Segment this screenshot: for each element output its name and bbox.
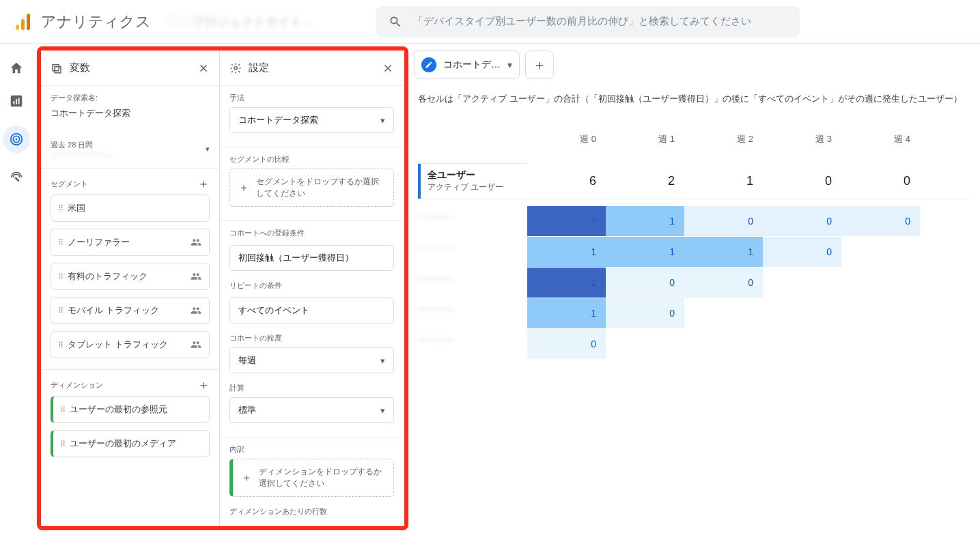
canvas-description: 各セルは「アクティブ ユーザー」の合計（「初回接触（ユーザー獲得日）」の後に「す… [418,93,969,105]
chevron-down-icon: ▾ [206,145,210,154]
svg-rect-0 [16,25,19,30]
add-tab-button[interactable]: ＋ [525,51,554,79]
breakdown-label: 内訳 [229,444,394,455]
dimensions-section: ディメンション ＋ ⠿ユーザーの最初の参照元⠿ユーザーの最初のメディア [41,370,219,468]
breakdown-dropzone[interactable]: ＋ ディメンションをドロップするか選択してください [229,459,394,497]
people-icon [190,305,202,316]
date-range-sub: ―――――――― [51,150,111,158]
property-selector[interactable]: 〇〇プロジェクトサイト… [163,14,368,30]
cohort-cell [763,298,841,328]
cohort-data-row: ――――0 [418,329,969,359]
cohort-data-row: ――――21000 [418,206,969,236]
svg-rect-6 [18,98,20,104]
svg-rect-5 [16,99,17,104]
cohort-data-row: ――――1110 [418,237,969,267]
dimension-chip[interactable]: ⠿ユーザーの最初の参照元 [51,396,210,423]
drag-handle-icon: ⠿ [60,405,64,414]
technique-label: 手法 [229,93,394,103]
left-nav [0,44,33,533]
segment-chip[interactable]: ⠿米国 [51,195,210,222]
ga-logo-icon [11,10,36,34]
segment-dropzone[interactable]: ＋ セグメントをドロップするか選択してください [229,169,394,207]
row-label: ―――― [418,212,523,222]
segment-chip[interactable]: ⠿タブレット トラフィック [51,331,210,358]
inclusion-label: コホートへの登録条件 [229,228,394,238]
cohort-cell [684,298,763,328]
inclusion-value[interactable]: 初回接触（ユーザー獲得日） [229,245,394,271]
calculation-select[interactable]: 標準 ▾ [229,397,394,423]
segment-label: 有料のトラフィック [68,270,148,283]
chevron-down-icon: ▾ [507,59,512,70]
variables-panel-title: 変数 [70,61,197,74]
app-title: アナリティクス [41,12,151,32]
segment-chip[interactable]: ⠿モバイル トラフィック [51,297,210,324]
chevron-down-icon: ▾ [380,405,385,416]
segment-chip[interactable]: ⠿ノーリファラー [51,229,210,256]
technique-select[interactable]: コホートデータ探索 ▾ [229,107,394,133]
drag-handle-icon: ⠿ [58,204,62,213]
svg-rect-2 [27,14,30,30]
total-cell: 0 [763,164,841,199]
drag-handle-icon: ⠿ [60,440,64,448]
svg-rect-10 [53,64,59,70]
variables-panel-header: 変数 [41,51,219,86]
cohort-cell [841,298,920,328]
cohort-cell: 0 [763,206,841,236]
granularity-select[interactable]: 毎週 ▾ [229,347,394,373]
return-value[interactable]: すべてのイベント [229,298,394,323]
cohort-cell [763,329,841,359]
cohort-cell: 0 [527,329,606,359]
search-placeholder: 「デバイスタイプ別ユーザー数の前月比の伸び」と検索してみてください [413,15,751,28]
people-icon [190,237,202,248]
segment-chip[interactable]: ⠿有料のトラフィック [51,263,210,290]
nav-advertising-icon[interactable] [8,169,25,186]
technique-value: コホートデータ探索 [238,114,318,126]
segment-compare-label: セグメントの比較 [229,154,394,164]
search-bar[interactable]: 「デバイスタイプ別ユーザー数の前月比の伸び」と検索してみてください [376,6,800,38]
cohort-cell: 1 [606,237,684,267]
tab-cohort[interactable]: コホートデ… ▾ [414,51,520,79]
cohort-cell: 0 [684,268,763,298]
row-label: ―――― [418,304,523,314]
dimension-chip[interactable]: ⠿ユーザーの最初のメディア [51,430,210,457]
cohort-cell: 0 [684,206,763,236]
plus-icon: ＋ [238,181,249,195]
segment-drop-text: セグメントをドロップするか選択してください [256,176,385,199]
cohort-cell [841,329,920,359]
cohort-data-row: ――――200 [418,268,969,298]
cohort-cell: 1 [606,206,684,236]
svg-point-12 [234,66,238,70]
panels-highlight: 変数 データ探索名: コホートデータ探索 過去 28 日間 ―――――――― ▾ [37,46,408,530]
cohort-cell: 2 [527,206,606,236]
exploration-name[interactable]: コホートデータ探索 [51,106,210,126]
close-variables-icon[interactable] [197,62,210,74]
nav-reports-icon[interactable] [8,93,25,109]
date-range-section[interactable]: 過去 28 日間 ―――――――― ▾ [41,130,219,168]
total-cell: 6 [527,164,606,199]
cohort-cell: 0 [606,268,684,298]
drag-handle-icon: ⠿ [58,238,62,247]
close-settings-icon[interactable] [382,62,394,74]
row-label: ―――― [418,242,523,253]
calculation-value: 標準 [238,404,256,416]
granularity-label: コホートの粒度 [229,333,394,343]
cohort-table: 週 0週 1週 2週 3週 4 全ユーザーアクティブ ユーザー62100 ―――… [418,120,969,359]
chevron-down-icon: ▾ [380,356,385,366]
calculation-label: 計算 [229,383,394,393]
variables-panel: 変数 データ探索名: コホートデータ探索 過去 28 日間 ―――――――― ▾ [41,51,220,526]
pencil-icon [421,57,436,72]
add-dimension-button[interactable]: ＋ [197,377,210,393]
segment-label: タブレット トラフィック [68,338,168,351]
cohort-col-header: 週 3 [763,120,841,164]
chevron-down-icon: ▾ [380,115,385,126]
nav-home-icon[interactable] [8,60,25,76]
dimension-label: ユーザーの最初の参照元 [70,403,167,416]
add-segment-button[interactable]: ＋ [197,175,210,192]
cohort-cell: 0 [606,298,684,328]
tab-label: コホートデ… [443,59,501,71]
nav-explore-icon[interactable] [3,126,30,153]
cohort-cell [841,268,920,298]
tabs: コホートデ… ▾ ＋ [414,51,969,79]
segments-label: セグメント [51,179,88,189]
svg-point-9 [16,139,18,141]
